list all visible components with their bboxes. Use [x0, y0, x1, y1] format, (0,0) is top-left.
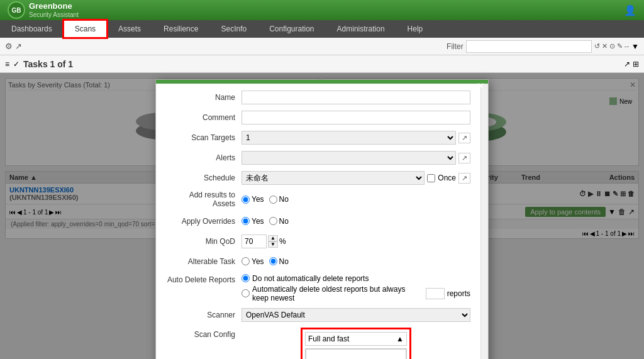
scan-targets-label: Scan Targets [166, 133, 242, 142]
overrides-yes-radio[interactable] [242, 217, 250, 225]
history-icon[interactable]: ⊙ [609, 42, 615, 50]
name-input[interactable] [242, 91, 470, 104]
toolbar: ⚙ ↗ Filter ↺ ✕ ⊙ ✎ -- ▼ [0, 38, 644, 55]
scan-config-display[interactable]: Full and fast ▲ [305, 332, 407, 346]
once-label: Once [438, 174, 456, 182]
scan-config-row: Scan Config Full and fast ▲ [166, 328, 470, 359]
filter-dropdown-icon[interactable]: ▼ [631, 42, 639, 51]
auto-delete-row: Auto Delete Reports Do not automatically… [166, 274, 470, 302]
scan-config-value: Full and fast [308, 334, 349, 343]
main-content: Tasks by Severity Class (Total: 1) 1 Tas… [0, 73, 644, 359]
nav-administration[interactable]: Administration [326, 20, 396, 38]
filter-label: Filter [447, 42, 464, 51]
dashboard-icon[interactable]: ⊞ [633, 60, 639, 69]
page-title: Tasks 1 of 1 [23, 59, 73, 69]
no-delete-radio[interactable] [242, 274, 250, 282]
overrides-no-label: No [269, 217, 289, 226]
name-row: Name [166, 90, 470, 105]
logo-icon: GB [8, 1, 25, 19]
page-header: ≡ ✓ Tasks 1 of 1 ↗ ⊞ [0, 55, 644, 73]
scan-config-dropdown-list: Base Discovery empty Full and fast Host … [305, 348, 407, 359]
schedule-add-btn[interactable]: ↗ [458, 173, 470, 184]
toolbar-icons: ⚙ ↗ [5, 41, 22, 51]
comment-label: Comment [166, 113, 242, 122]
qod-unit: % [279, 237, 286, 246]
nav-dashboards[interactable]: Dashboards [0, 20, 64, 38]
qod-stepper: ▲ ▼ [268, 235, 278, 248]
filter-input[interactable] [466, 40, 592, 53]
comment-input[interactable] [242, 111, 470, 124]
nav-resilience[interactable]: Resilience [152, 20, 209, 38]
alterable-row: Alterable Task Yes No [166, 254, 470, 269]
filter-text: -- [625, 42, 629, 50]
apply-overrides-radio-group: Yes No [242, 217, 289, 226]
filter-area: Filter ↺ ✕ ⊙ ✎ -- ▼ [447, 40, 639, 53]
apply-overrides-row: Apply Overrides Yes No [166, 214, 470, 229]
alerts-label: Alerts [166, 153, 242, 162]
export-icon: ↗ [15, 41, 22, 51]
no-delete-label: Do not automatically delete reports [242, 274, 369, 283]
modal-scrollbar[interactable] [480, 84, 488, 359]
scan-targets-add-btn[interactable]: ↗ [458, 133, 470, 143]
add-results-no-radio[interactable] [269, 196, 277, 204]
check-icon: ✓ [13, 60, 19, 69]
user-icon[interactable]: 👤 [624, 4, 636, 16]
scan-targets-select[interactable]: 1 [242, 131, 456, 145]
modal-close-button[interactable]: ✕ [477, 81, 484, 91]
modal-overlay: ✕ Name Comment [0, 73, 644, 359]
add-results-label: Add results to Assets [166, 191, 242, 209]
alterable-label: Alterable Task [166, 257, 242, 266]
schedule-label: Schedule [166, 174, 242, 182]
auto-delete-count[interactable] [426, 288, 445, 299]
export-page-icon[interactable]: ↗ [624, 60, 630, 69]
nav-help[interactable]: Help [396, 20, 435, 38]
alterable-yes-radio[interactable] [242, 257, 250, 265]
auto-delete-radio[interactable] [242, 289, 250, 297]
add-results-radio-group: Yes No [242, 195, 289, 204]
apply-overrides-label: Apply Overrides [166, 217, 242, 226]
auto-delete-label: Auto Delete Reports [166, 274, 242, 284]
qod-up[interactable]: ▲ [268, 235, 278, 241]
scan-config-label: Scan Config [166, 328, 242, 339]
alerts-add-btn[interactable]: ↗ [458, 153, 470, 163]
scan-config-selected-row: Full and fast ▲ [305, 332, 407, 346]
add-results-yes-label: Yes [242, 195, 264, 204]
alterable-no-radio[interactable] [269, 257, 277, 265]
reset-icon[interactable]: ✕ [602, 42, 608, 50]
scanner-label: Scanner [166, 311, 242, 319]
scan-config-dropdown-area: Full and fast ▲ Base Discovery empty [301, 328, 411, 359]
schedule-select[interactable]: 未命名 [242, 171, 425, 185]
auto-delete-oldest-label: Automatically delete oldest reports but … [242, 285, 470, 302]
scanner-row: Scanner OpenVAS Default [166, 307, 470, 323]
nav-scans[interactable]: Scans [64, 20, 107, 38]
schedule-row: Schedule 未命名 Once ↗ [166, 170, 470, 185]
alterable-no-label: No [269, 257, 289, 266]
comment-row: Comment [166, 110, 470, 125]
once-checkbox[interactable] [427, 174, 435, 182]
alterable-yes-label: Yes [242, 257, 264, 266]
add-results-yes-radio[interactable] [242, 196, 250, 204]
new-task-modal: ✕ Name Comment [155, 79, 489, 359]
modal-body: Name Comment Scan Targets [156, 84, 480, 359]
alerts-select[interactable] [242, 151, 456, 165]
min-qod-input[interactable] [242, 235, 267, 248]
list-icon: ⚙ [5, 41, 13, 51]
nav-secinfo[interactable]: SecInfo [209, 20, 258, 38]
scan-config-search[interactable] [306, 349, 406, 359]
alerts-row: Alerts ↗ [166, 150, 470, 165]
overrides-no-radio[interactable] [269, 217, 277, 225]
alterable-radio-group: Yes No [242, 257, 289, 266]
top-bar: GB Greenbone Security Assistant 👤 [0, 0, 644, 20]
refresh-icon[interactable]: ↺ [594, 42, 600, 50]
edit-filter-icon[interactable]: ✎ [617, 42, 623, 50]
filter-icons: ↺ ✕ ⊙ ✎ -- [594, 42, 629, 50]
logo-text-block: Greenbone Security Assistant [29, 2, 79, 18]
qod-down[interactable]: ▼ [268, 241, 278, 248]
nav-configuration[interactable]: Configuration [258, 20, 325, 38]
nav-bar: Dashboards Scans Assets Resilience SecIn… [0, 20, 644, 38]
scanner-select[interactable]: OpenVAS Default [242, 308, 470, 322]
min-qod-row: Min QoD ▲ ▼ % [166, 234, 470, 249]
list-view-icon: ≡ [5, 60, 9, 69]
logo-area: GB Greenbone Security Assistant [8, 1, 79, 19]
nav-assets[interactable]: Assets [107, 20, 152, 38]
